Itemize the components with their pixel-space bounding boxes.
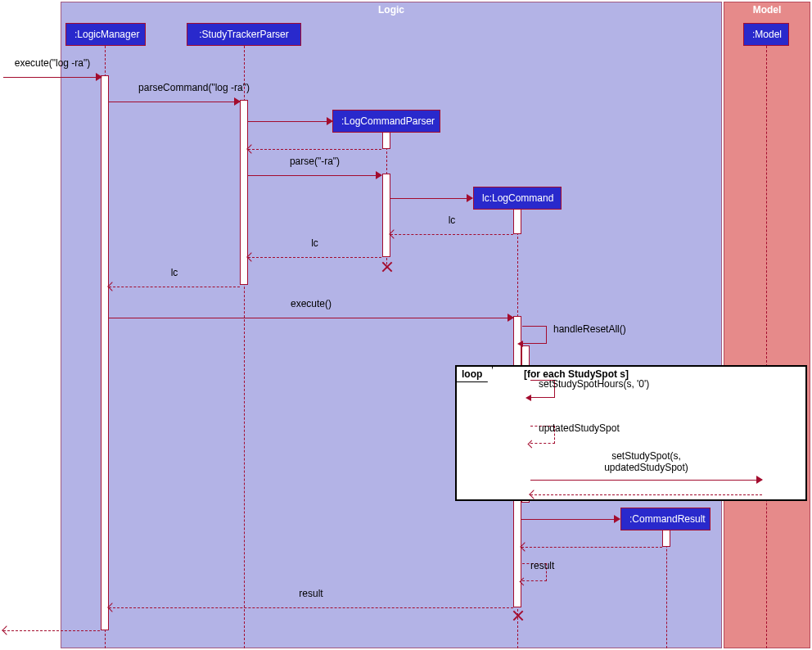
msg-result-1: result — [522, 563, 547, 581]
activation-log-command-parser-2 — [382, 174, 390, 257]
msg-execute-in: execute("log -ra") — [3, 70, 102, 84]
msg-result-2: result — [109, 601, 513, 614]
destroy-log-command — [511, 609, 524, 622]
participant-command-result: :CommandResult — [620, 508, 710, 530]
msg-result-2-label: result — [299, 588, 323, 599]
msg-create-log-command-parser — [248, 115, 332, 128]
activation-log-command-1 — [513, 208, 521, 234]
frame-logic-title: Logic — [372, 2, 411, 17]
participant-log-command: lc:LogCommand — [473, 187, 562, 210]
msg-set-hours-label: setStudySpotHours(s, '0') — [539, 378, 649, 390]
msg-execute: execute() — [109, 311, 513, 324]
msg-set-study-spot-return — [530, 488, 762, 501]
activation-log-command-parser-1 — [382, 131, 390, 149]
destroy-log-command-parser — [380, 260, 393, 273]
msg-create-log-command — [390, 192, 472, 205]
msg-command-result-return — [521, 540, 662, 553]
msg-handle-reset-all: handleResetAll() — [522, 326, 547, 344]
msg-lc-return-2: lc — [248, 251, 381, 264]
frame-model: Model — [724, 2, 810, 648]
msg-parse-command-label: parseCommand("log -ra") — [138, 82, 250, 93]
sequence-diagram: Logic Model :LogicManager :StudyTrackerP… — [0, 0, 812, 650]
loop-label: loop — [457, 367, 493, 382]
msg-set-study-spot-hours: setStudySpotHours(s, '0') — [530, 380, 555, 398]
msg-lc-3-label: lc — [171, 267, 178, 278]
participant-model: :Model — [743, 23, 789, 46]
msg-final-return — [3, 624, 100, 637]
frame-model-title: Model — [747, 2, 788, 17]
msg-execute-label: execute() — [291, 298, 332, 309]
msg-result-1-label: result — [530, 560, 554, 571]
msg-lc-2-label: lc — [311, 237, 318, 249]
activation-logic-manager — [101, 75, 109, 630]
msg-parse-command: parseCommand("log -ra") — [109, 95, 240, 108]
lifeline-model — [766, 46, 767, 648]
msg-updated-study-spot: updatedStudySpot — [530, 426, 555, 444]
participant-logic-manager: :LogicManager — [65, 23, 146, 46]
msg-create-command-result — [521, 512, 620, 526]
msg-set-study-spot: setStudySpot(s, updatedStudySpot) — [530, 473, 762, 486]
msg-set-study-spot-label: setStudySpot(s, updatedStudySpot) — [589, 450, 704, 473]
msg-lc-return-1: lc — [390, 228, 513, 241]
msg-lc-return-3: lc — [109, 280, 240, 293]
msg-handle-reset-all-label: handleResetAll() — [553, 323, 626, 335]
msg-return-parser — [248, 142, 381, 156]
msg-execute-in-label: execute("log -ra") — [15, 57, 91, 69]
activation-command-result — [662, 529, 670, 547]
msg-parse-label: parse("-ra") — [290, 156, 340, 167]
participant-log-command-parser: :LogCommandParser — [332, 110, 440, 133]
participant-study-tracker-parser: :StudyTrackerParser — [187, 23, 301, 46]
msg-parse: parse("-ra") — [248, 169, 381, 182]
msg-updated-label: updatedStudySpot — [539, 422, 620, 434]
msg-lc-1-label: lc — [449, 214, 456, 226]
